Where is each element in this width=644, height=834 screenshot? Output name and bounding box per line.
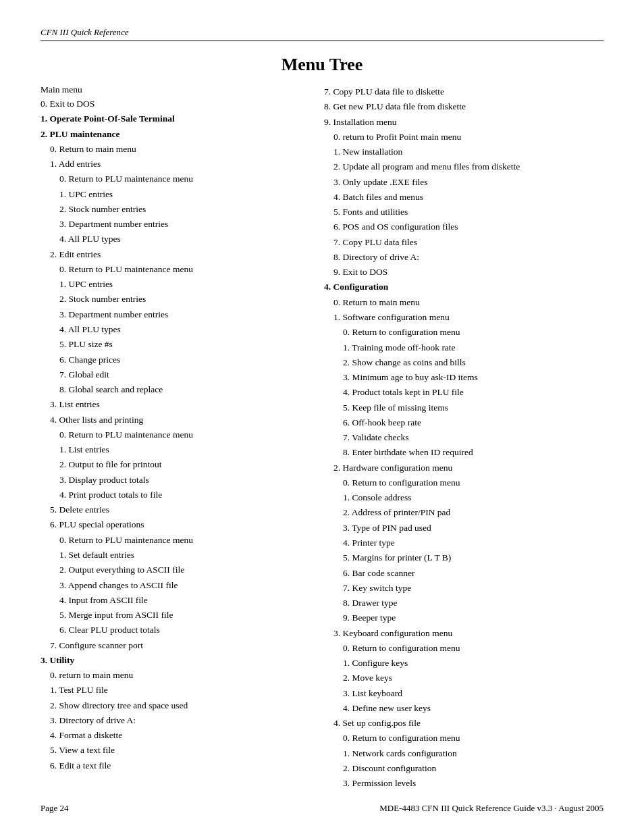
list-item: 6. POS and OS configuration files xyxy=(324,219,603,234)
list-item: 0. Exit to DOS xyxy=(41,97,304,111)
list-item: 6. Clear PLU product totals xyxy=(41,623,304,637)
list-item: 2. Output to file for printout xyxy=(41,457,304,472)
list-item: 1. Add entries xyxy=(41,157,304,172)
list-item: 2. Show change as coins and bills xyxy=(324,355,603,370)
list-item: 1. Training mode off-hook rate xyxy=(324,340,603,355)
list-item: 3. Department number entries xyxy=(41,217,304,232)
list-item: 6. Edit a text file xyxy=(41,758,304,773)
list-item: 2. Edit entries xyxy=(41,247,304,262)
left-tree: 0. Exit to DOS1. Operate Point-Of-Sale T… xyxy=(41,97,304,773)
footer-page: Page 24 xyxy=(41,803,69,814)
list-item: 3. Utility xyxy=(41,653,304,668)
list-item: 0. Return to main menu xyxy=(41,142,304,157)
list-item: 2. Address of printer/PIN pad xyxy=(324,505,603,520)
list-item: 1. Set default entries xyxy=(41,548,304,563)
header-title: CFN III Quick Reference xyxy=(41,27,129,37)
list-item: 1. Network cards configuration xyxy=(324,746,603,761)
list-item: 4. Define new user keys xyxy=(324,701,603,716)
list-item: 0. Return to configuration menu xyxy=(324,325,603,340)
list-item: 4. All PLU types xyxy=(41,232,304,246)
list-item: 5. PLU size #s xyxy=(41,337,304,352)
list-item: 2. Update all program and menu files fro… xyxy=(324,159,603,174)
list-item: 4. Product totals kept in PLU file xyxy=(324,385,603,400)
list-item: 3. Type of PIN pad used xyxy=(324,521,603,536)
list-item: 9. Exit to DOS xyxy=(324,265,603,280)
list-item: 3. Permission levels xyxy=(324,776,603,791)
list-item: 2. Discount configuration xyxy=(324,761,603,776)
list-item: 4. Other lists and printing xyxy=(41,413,304,427)
list-item: 2. Stock number entries xyxy=(41,292,304,307)
list-item: 4. Configuration xyxy=(324,280,603,294)
list-item: 8. Get new PLU data file from diskette xyxy=(324,99,603,114)
list-item: 9. Installation menu xyxy=(324,115,603,130)
list-item: 1. UPC entries xyxy=(41,187,304,202)
list-item: 3. Directory of drive A: xyxy=(41,713,304,728)
list-item: 0. return to main menu xyxy=(41,668,304,683)
list-item: 0. Return to PLU maintenance menu xyxy=(41,172,304,186)
list-item: 2. Show directory tree and space used xyxy=(41,698,304,713)
list-item: 0. Return to PLU maintenance menu xyxy=(41,427,304,442)
list-item: 6. Bar code scanner xyxy=(324,566,603,581)
list-item: 3. Minimum age to buy ask-ID items xyxy=(324,370,603,385)
list-item: 7. Validate checks xyxy=(324,430,603,445)
list-item: 7. Copy PLU data file to diskette xyxy=(324,84,603,99)
list-item: 7. Global edit xyxy=(41,367,304,382)
right-tree: 7. Copy PLU data file to diskette8. Get … xyxy=(324,84,603,791)
list-item: 3. Append changes to ASCII file xyxy=(41,578,304,593)
list-item: 8. Drawer type xyxy=(324,596,603,610)
main-menu-label: Main menu xyxy=(41,84,304,95)
list-item: 9. Beeper type xyxy=(324,610,603,625)
list-item: 5. View a text file xyxy=(41,743,304,758)
list-item: 3. Keyboard configuration menu xyxy=(324,626,603,641)
list-item: 0. Return to configuration menu xyxy=(324,475,603,490)
list-item: 6. Off-hook beep rate xyxy=(324,415,603,430)
list-item: 0. Return to main menu xyxy=(324,295,603,310)
list-item: 7. Configure scanner port xyxy=(41,638,304,653)
list-item: 0. Return to configuration menu xyxy=(324,731,603,746)
list-item: 5. Merge input from ASCII file xyxy=(41,608,304,623)
list-item: 1. UPC entries xyxy=(41,277,304,292)
list-item: 3. List entries xyxy=(41,397,304,412)
left-column: Main menu 0. Exit to DOS1. Operate Point… xyxy=(41,84,304,791)
list-item: 8. Directory of drive A: xyxy=(324,250,603,265)
list-item: 3. Department number entries xyxy=(41,307,304,322)
list-item: 4. Input from ASCII file xyxy=(41,593,304,608)
list-item: 3. Display product totals xyxy=(41,473,304,488)
list-item: 1. Console address xyxy=(324,490,603,505)
list-item: 2. Stock number entries xyxy=(41,202,304,217)
list-item: 4. Set up config.pos file xyxy=(324,716,603,731)
list-item: 5. Margins for printer (L T B) xyxy=(324,550,603,565)
list-item: 1. List entries xyxy=(41,442,304,457)
list-item: 2. PLU maintenance xyxy=(41,127,304,142)
list-item: 5. Fonts and utilities xyxy=(324,205,603,219)
list-item: 2. Output everything to ASCII file xyxy=(41,563,304,577)
list-item: 1. Configure keys xyxy=(324,656,603,671)
list-item: 8. Global search and replace xyxy=(41,382,304,397)
list-item: 0. Return to PLU maintenance menu xyxy=(41,262,304,277)
list-item: 4. Printer type xyxy=(324,536,603,550)
page-header: CFN III Quick Reference xyxy=(41,27,603,41)
list-item: 1. Software configuration menu xyxy=(324,310,603,325)
list-item: 0. Return to PLU maintenance menu xyxy=(41,533,304,548)
list-item: 4. Print product totals to file xyxy=(41,488,304,502)
page-footer: Page 24 MDE-4483 CFN III Quick Reference… xyxy=(41,803,603,814)
list-item: 3. Only update .EXE files xyxy=(324,175,603,190)
list-item: 6. PLU special operations xyxy=(41,517,304,532)
list-item: 2. Hardware configuration menu xyxy=(324,461,603,475)
footer-doc: MDE-4483 CFN III Quick Reference Guide v… xyxy=(379,803,603,814)
list-item: 1. Operate Point-Of-Sale Terminal xyxy=(41,111,304,126)
right-column: 7. Copy PLU data file to diskette8. Get … xyxy=(324,84,603,791)
list-item: 4. Batch files and menus xyxy=(324,190,603,205)
list-item: 7. Key switch type xyxy=(324,581,603,596)
list-item: 0. Return to configuration menu xyxy=(324,641,603,656)
list-item: 1. New installation xyxy=(324,145,603,159)
list-item: 5. Keep file of missing items xyxy=(324,400,603,415)
list-item: 6. Change prices xyxy=(41,353,304,367)
list-item: 1. Test PLU file xyxy=(41,683,304,698)
list-item: 4. Format a diskette xyxy=(41,728,304,743)
list-item: 5. Delete entries xyxy=(41,502,304,517)
list-item: 0. return to Profit Point main menu xyxy=(324,130,603,145)
list-item: 8. Enter birthdate when ID required xyxy=(324,445,603,460)
list-item: 2. Move keys xyxy=(324,671,603,685)
page-title: Menu Tree xyxy=(41,55,603,75)
